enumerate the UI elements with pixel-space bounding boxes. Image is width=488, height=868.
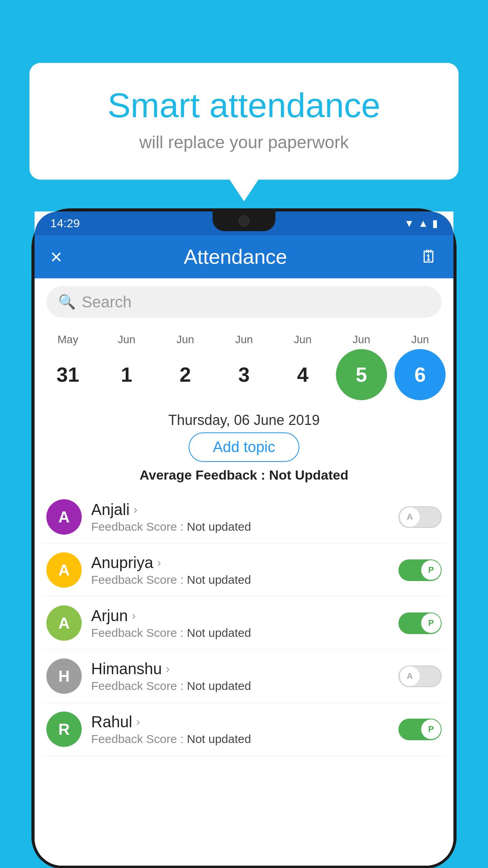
phone-screen: 14:29 ▼ ▲ ▮ × Attendance 🗓 🔍 Search [35, 211, 453, 866]
student-feedback-anupriya: Feedback Score : Not updated [91, 573, 398, 587]
phone-outer: 14:29 ▼ ▲ ▮ × Attendance 🗓 🔍 Search [31, 208, 457, 868]
student-info-anjali: Anjali › Feedback Score : Not updated [91, 501, 398, 533]
toggle-rahul[interactable]: P [398, 719, 442, 740]
month-jun-4: Jun [277, 333, 328, 346]
student-item-arjun[interactable]: A Arjun › Feedback Score : Not updated P [42, 597, 446, 650]
avg-feedback: Average Feedback : Not Updated [35, 467, 453, 483]
student-info-himanshu: Himanshu › Feedback Score : Not updated [91, 660, 398, 693]
student-name-himanshu[interactable]: Himanshu › [91, 660, 398, 678]
toggle-knob-anupriya: P [421, 560, 441, 580]
selected-date-label: Thursday, 06 June 2019 [35, 412, 453, 428]
avatar-rahul: R [46, 712, 82, 747]
search-input[interactable]: Search [82, 293, 132, 311]
student-feedback-arjun: Feedback Score : Not updated [91, 626, 398, 640]
date-5-selected[interactable]: 5 [336, 349, 387, 400]
notch-camera [238, 215, 250, 226]
app-bar: × Attendance 🗓 [35, 235, 453, 278]
student-name-anjali[interactable]: Anjali › [91, 501, 398, 519]
student-item-anjali[interactable]: A Anjali › Feedback Score : Not updated … [42, 491, 446, 544]
chevron-icon: › [157, 556, 161, 569]
app-title: Attendance [62, 245, 409, 268]
date-4[interactable]: 4 [277, 349, 328, 400]
toggle-knob-rahul: P [421, 719, 441, 739]
close-button[interactable]: × [50, 245, 62, 268]
status-time: 14:29 [50, 217, 80, 230]
toggle-knob-anjali: A [400, 507, 420, 527]
student-feedback-anjali: Feedback Score : Not updated [91, 520, 398, 533]
month-jun-2: Jun [160, 333, 211, 346]
signal-icon: ▲ [418, 217, 428, 230]
month-may: May [42, 333, 94, 346]
bubble-subtitle: will replace your paperwork [53, 132, 435, 152]
student-name-arjun[interactable]: Arjun › [91, 607, 398, 625]
student-name-rahul[interactable]: Rahul › [91, 713, 398, 731]
phone-frame: 14:29 ▼ ▲ ▮ × Attendance 🗓 🔍 Search [31, 208, 457, 868]
status-icons: ▼ ▲ ▮ [404, 217, 438, 230]
wifi-icon: ▼ [404, 217, 415, 230]
notch [213, 211, 275, 231]
student-item-anupriya[interactable]: A Anupriya › Feedback Score : Not update… [42, 544, 446, 597]
student-info-anupriya: Anupriya › Feedback Score : Not updated [91, 554, 398, 587]
avatar-himanshu: H [46, 658, 82, 694]
student-item-rahul[interactable]: R Rahul › Feedback Score : Not updated P [42, 703, 446, 756]
student-item-himanshu[interactable]: H Himanshu › Feedback Score : Not update… [42, 650, 446, 703]
calendar-icon[interactable]: 🗓 [420, 247, 438, 267]
date-2[interactable]: 2 [160, 349, 211, 400]
date-3[interactable]: 3 [218, 349, 270, 400]
avg-feedback-label: Average Feedback : [139, 467, 269, 482]
search-icon: 🔍 [58, 294, 76, 310]
student-name-anupriya[interactable]: Anupriya › [91, 554, 398, 572]
avg-feedback-value: Not Updated [269, 467, 349, 482]
month-jun-6: Jun [394, 333, 446, 346]
avatar-arjun: A [46, 605, 82, 641]
bubble-title: Smart attendance [53, 86, 435, 125]
speech-bubble: Smart attendance will replace your paper… [29, 63, 459, 180]
toggle-anjali[interactable]: A [398, 506, 442, 528]
date-6-selected[interactable]: 6 [394, 349, 446, 400]
student-feedback-himanshu: Feedback Score : Not updated [91, 679, 398, 693]
student-info-rahul: Rahul › Feedback Score : Not updated [91, 713, 398, 746]
avatar-anjali: A [46, 499, 82, 535]
status-bar: 14:29 ▼ ▲ ▮ [35, 211, 453, 235]
date-1[interactable]: 1 [101, 349, 152, 400]
month-row: May Jun Jun Jun Jun Jun Jun [39, 333, 449, 346]
search-bar[interactable]: 🔍 Search [46, 286, 442, 318]
month-jun-5: Jun [336, 333, 387, 346]
toggle-himanshu[interactable]: A [398, 666, 442, 687]
battery-icon: ▮ [432, 217, 438, 230]
chevron-icon: › [134, 503, 138, 516]
month-jun-1: Jun [101, 333, 152, 346]
toggle-knob-arjun: P [421, 613, 441, 633]
toggle-arjun[interactable]: P [398, 612, 442, 634]
add-topic-button[interactable]: Add topic [189, 432, 299, 462]
toggle-knob-himanshu: A [400, 666, 420, 686]
avatar-anupriya: A [46, 552, 82, 588]
chevron-icon: › [132, 609, 136, 622]
date-31[interactable]: 31 [42, 349, 94, 400]
chevron-icon: › [136, 715, 140, 728]
toggle-anupriya[interactable]: P [398, 559, 442, 581]
month-jun-3: Jun [218, 333, 270, 346]
chevron-icon: › [166, 662, 170, 675]
phone-content: 🔍 Search May Jun Jun Jun Jun Jun Jun [35, 278, 453, 866]
calendar-row: May Jun Jun Jun Jun Jun Jun 31 1 2 3 4 [35, 326, 453, 404]
student-list: A Anjali › Feedback Score : Not updated … [35, 491, 453, 756]
student-info-arjun: Arjun › Feedback Score : Not updated [91, 607, 398, 640]
add-topic-container: Add topic [35, 432, 453, 462]
date-row: 31 1 2 3 4 5 6 [39, 349, 449, 400]
student-feedback-rahul: Feedback Score : Not updated [91, 732, 398, 746]
speech-bubble-container: Smart attendance will replace your paper… [29, 63, 459, 180]
